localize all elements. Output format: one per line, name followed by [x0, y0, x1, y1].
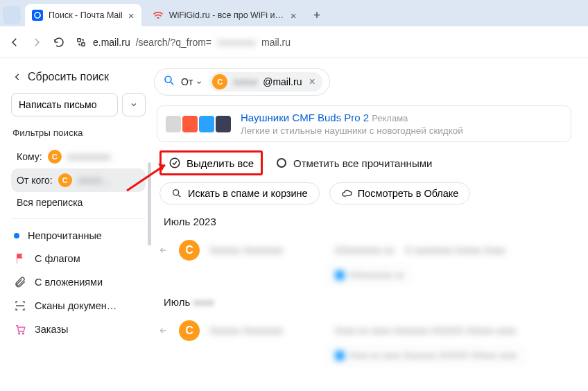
sidebar-item-scans[interactable]: Сканы докумен…: [11, 294, 146, 318]
filter-to[interactable]: Кому: С xxxxxxxxx: [11, 145, 146, 168]
avatar-icon: С: [48, 150, 62, 164]
chip-redacted: xxxxx: [233, 76, 257, 87]
search-icon: [163, 74, 175, 89]
avatar-icon: С: [179, 320, 200, 341]
url-redacted: xxxxxxxx: [217, 37, 256, 48]
back-icon[interactable]: [8, 36, 21, 49]
search-from-chip[interactable]: С xxxxx@mail.ru ×: [209, 72, 322, 92]
reload-icon[interactable]: [53, 36, 65, 49]
select-all-button[interactable]: Выделить все: [159, 150, 263, 175]
filter-to-value: xxxxxxxxx: [67, 151, 111, 162]
wifi-favicon-icon: [153, 10, 164, 21]
main-pane: От С xxxxx@mail.ru × Наушники CMF Buds P…: [151, 58, 588, 391]
svg-rect-2: [78, 38, 81, 42]
url-host: e.mail.ru: [93, 37, 130, 48]
circle-icon: [277, 158, 286, 168]
svg-point-5: [22, 333, 24, 334]
filter-from-label: От кого:: [17, 175, 53, 186]
month-header: Июль 2023: [164, 216, 588, 227]
divider: [11, 218, 146, 219]
filter-from[interactable]: От кого: С xxxxx…: [11, 168, 146, 192]
forward-icon[interactable]: [31, 36, 43, 49]
sidebar-item-unread[interactable]: Непрочитанные: [11, 225, 146, 247]
sidebar-item-label: Сканы докумен…: [35, 300, 116, 311]
reset-search-button[interactable]: Сбросить поиск: [11, 65, 146, 93]
url-path: /search/?q_from=: [136, 37, 211, 48]
tab-label: WiFiGid.ru - все про WiFi и бе: [169, 10, 285, 20]
url-box[interactable]: e.mail.ru/search/?q_from=xxxxxxxxmail.ru: [75, 36, 580, 49]
compose-button[interactable]: Написать письмо: [11, 93, 118, 116]
svg-point-4: [18, 333, 19, 334]
ad-subtitle: Легкие и стильные наушники с новогодней …: [241, 125, 463, 136]
chip-email: @mail.ru: [263, 76, 302, 87]
select-all-label: Выделить все: [187, 157, 254, 169]
file-icon: [335, 351, 345, 360]
search-spam-trash-button[interactable]: Искать в спаме и корзине: [159, 182, 320, 205]
svg-rect-0: [32, 10, 43, 21]
sidebar-item-orders[interactable]: Заказы: [11, 318, 146, 341]
site-settings-icon[interactable]: [75, 36, 87, 49]
ad-title: Наушники CMF Buds Pro 2: [241, 112, 369, 123]
chip-label: Посмотреть в Облаке: [358, 188, 459, 199]
compose-dropdown[interactable]: [122, 93, 146, 116]
window-control-placeholder: [3, 6, 21, 24]
paperclip-icon: [14, 276, 26, 288]
attachment-pill[interactable]: Xxxx xx xxxx Xxxxxxx XXXXX XXxxx xxxx: [327, 347, 525, 364]
sidebar-item-flagged[interactable]: С флагом: [11, 247, 146, 270]
mail-sender: Xxxxxx Xxxxxxxx: [209, 245, 284, 256]
reply-icon: [158, 325, 169, 336]
reset-search-label: Сбросить поиск: [28, 71, 109, 83]
attachment-name: Xxxx xx xxxx Xxxxxxx XXXXX XXxxx xxxx: [349, 350, 517, 360]
new-tab-button[interactable]: +: [308, 8, 327, 23]
mail-row[interactable]: С Xxxxxx Xxxxxxxx Xxxx xx xxxx Xxxxxxx X…: [154, 315, 588, 347]
attachment-name: XXxxxxxxx xx: [349, 270, 404, 280]
reply-icon: [158, 245, 169, 256]
flag-icon: [14, 252, 26, 265]
mail-sender: Xxxxxx Xxxxxxxx: [209, 325, 284, 336]
address-bar: e.mail.ru/search/?q_from=xxxxxxxxmail.ru: [0, 26, 588, 58]
mark-read-label: Отметить все прочитанными: [293, 157, 432, 169]
filters-header: Фильтры поиска: [11, 125, 146, 145]
check-circle-icon: [168, 157, 181, 169]
tabs-bar: Поиск - Почта Mail × WiFiGid.ru - все пр…: [0, 0, 588, 26]
sidebar-item-label: С вложениями: [35, 277, 103, 288]
filter-to-label: Кому:: [17, 151, 42, 162]
search-from-label: От: [181, 76, 204, 87]
sidebar-item-label: Непрочитанные: [28, 230, 102, 241]
filter-all-thread-label: Вся переписка: [17, 197, 83, 208]
mark-all-read-button[interactable]: Отметить все прочитанными: [277, 157, 432, 169]
tab-wifigid[interactable]: WiFiGid.ru - все про WiFi и бе ×: [146, 4, 304, 26]
scan-icon: [14, 299, 26, 312]
sidebar: Сбросить поиск Написать письмо Фильтры п…: [0, 58, 151, 391]
sidebar-item-attachments[interactable]: С вложениями: [11, 270, 146, 294]
svg-point-6: [165, 76, 171, 82]
attachment-pill[interactable]: XXxxxxxxx xx: [327, 266, 411, 284]
avatar-icon: С: [58, 173, 72, 187]
cloud-icon: [341, 188, 352, 199]
avatar-icon: С: [212, 74, 227, 89]
month-header: Июль xxxx: [164, 296, 588, 308]
avatar-icon: С: [179, 240, 200, 261]
svg-rect-3: [82, 42, 85, 46]
url-suffix: mail.ru: [261, 37, 291, 48]
search-pill[interactable]: От С xxxxx@mail.ru ×: [154, 68, 330, 96]
chip-remove-icon[interactable]: ×: [307, 76, 315, 88]
close-icon[interactable]: ×: [291, 10, 297, 21]
cart-icon: [14, 323, 26, 336]
search-icon: [171, 188, 182, 199]
ad-thumbnails: [166, 116, 231, 132]
filter-from-value: xxxxx…: [78, 175, 112, 186]
file-icon: [335, 270, 345, 280]
mailru-favicon-icon: [32, 10, 43, 21]
close-icon[interactable]: ×: [128, 10, 135, 21]
sidebar-item-label: С флагом: [35, 253, 80, 264]
mail-row[interactable]: С Xxxxxx Xxxxxxxx XXxxxxxxx xx X xxxxxxx…: [154, 234, 588, 266]
view-in-cloud-button[interactable]: Посмотреть в Облаке: [329, 182, 471, 205]
ad-badge: Реклама: [372, 113, 408, 123]
mail-subject: Xxxx xx xxxx Xxxxxxx XXXXX XXxxx xxxx: [335, 325, 516, 336]
sidebar-item-label: Заказы: [35, 324, 68, 335]
mail-subject: XXxxxxxxx xx X xxxxxxxx Xxxxx Xxxx: [335, 245, 505, 256]
filter-all-thread[interactable]: Вся переписка: [11, 192, 146, 213]
ad-card[interactable]: Наушники CMF Buds Pro 2Реклама Легкие и …: [157, 105, 571, 142]
tab-mail-search[interactable]: Поиск - Почта Mail ×: [25, 4, 141, 26]
